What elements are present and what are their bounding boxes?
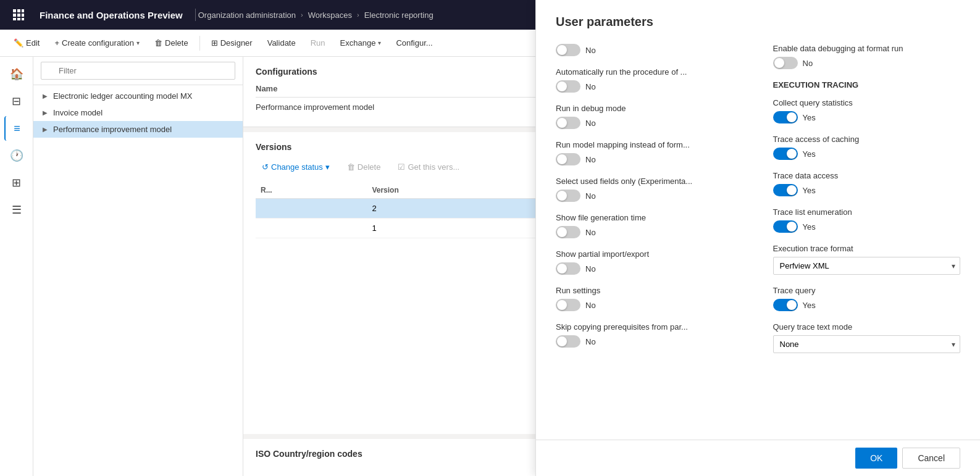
param-row-trace-caching: Trace access of caching Yes <box>773 135 961 160</box>
svg-rect-7 <box>17 18 20 20</box>
svg-rect-0 <box>13 9 16 12</box>
exchange-button[interactable]: Exchange ▾ <box>334 35 388 51</box>
toggle-trace-list[interactable] <box>773 220 798 233</box>
exec-trace-format-select[interactable]: Perfview XML None <box>773 257 961 275</box>
tree-item-elec-ledger[interactable]: ▶ Electronic ledger accounting model MX <box>33 88 243 104</box>
debug-mode-label: Run in debug mode <box>556 104 743 113</box>
breadcrumb: Organization administration › Workspaces… <box>198 10 433 20</box>
tree-arrow-3: ▶ <box>41 126 49 133</box>
tree-items: ▶ Electronic ledger accounting model MX … <box>33 85 243 476</box>
breadcrumb-sep-2: › <box>357 11 359 19</box>
toggle-partial-import[interactable] <box>556 262 580 275</box>
toggle-used-fields[interactable] <box>556 190 580 202</box>
toggle-trace-data[interactable] <box>773 184 798 196</box>
trace-data-label: Trace data access <box>773 171 961 180</box>
get-this-version-button[interactable]: ☑ Get this vers... <box>392 159 466 175</box>
delete-icon: 🗑 <box>154 38 162 48</box>
exec-trace-format-select-wrapper: Perfview XML None ▾ <box>773 257 961 275</box>
toggle-debug-mode[interactable] <box>556 117 580 129</box>
svg-rect-2 <box>22 9 24 12</box>
param-row-skip-copy: Skip copying prerequisites from par... N… <box>556 322 743 348</box>
toggle-model-mapping[interactable] <box>556 153 580 165</box>
change-status-arrow: ▾ <box>325 162 330 172</box>
sidebar-history-icon[interactable]: 🕐 <box>4 143 29 168</box>
collect-query-value: Yes <box>803 113 816 122</box>
collect-query-label: Collect query statistics <box>773 98 961 107</box>
param-row-partial-import: Show partial import/export No <box>556 249 743 275</box>
svg-rect-1 <box>17 9 20 12</box>
validate-button[interactable]: Validate <box>261 35 302 51</box>
run-settings-label: Run settings <box>556 286 743 295</box>
svg-rect-4 <box>17 14 20 17</box>
toggle-auto-run[interactable] <box>556 80 580 93</box>
sidebar-list-icon[interactable]: ≡ <box>4 116 29 141</box>
run-button[interactable]: Run <box>304 35 332 51</box>
file-gen-time-label: Show file generation time <box>556 213 743 222</box>
toggle-enable-debug[interactable] <box>773 57 798 69</box>
get-version-icon: ☑ <box>398 162 405 172</box>
cancel-button[interactable]: Cancel <box>902 448 960 469</box>
skip-copy-label: Skip copying prerequisites from par... <box>556 322 743 332</box>
trace-query-label: Trace query <box>773 286 961 295</box>
versions-delete-button[interactable]: 🗑 Delete <box>341 159 387 175</box>
right-params-col: Enable data debugging at format run No <box>773 57 961 364</box>
breadcrumb-org[interactable]: Organization administration <box>198 10 296 20</box>
change-status-button[interactable]: ↺ Change status ▾ <box>256 159 336 175</box>
delete-button[interactable]: 🗑 Delete <box>148 35 195 51</box>
toggle-collect-query[interactable] <box>773 111 798 123</box>
refresh-icon: ↺ <box>262 162 269 172</box>
sidebar-tasks-icon[interactable]: ☰ <box>4 198 29 222</box>
ok-button[interactable]: OK <box>855 448 897 469</box>
toggle-trace-caching[interactable] <box>773 148 798 160</box>
param-row-run-settings: Run settings No <box>556 286 743 311</box>
breadcrumb-workspaces[interactable]: Workspaces <box>308 10 352 20</box>
waffle-menu-icon[interactable] <box>7 4 30 26</box>
auto-run-label: Automatically run the procedure of ... <box>556 67 743 77</box>
row1-version: 1 <box>367 219 558 238</box>
sidebar-filter-icon[interactable]: ⊟ <box>4 89 29 114</box>
svg-rect-8 <box>22 18 24 20</box>
toggle-file-gen-time[interactable] <box>556 226 580 238</box>
tree-item-performance[interactable]: ▶ Performance improvement model <box>33 121 243 138</box>
row2-r <box>256 199 367 219</box>
tree-item-invoice[interactable]: ▶ Invoice model <box>33 104 243 121</box>
trace-data-value: Yes <box>803 186 816 195</box>
param-row-trace-data: Trace data access Yes <box>773 171 961 196</box>
param-row-collect-query: Collect query statistics Yes <box>773 98 961 123</box>
param-row-used-fields: Select used fields only (Experimenta... … <box>556 177 743 202</box>
user-parameters-panel: User parameters No <box>535 57 980 476</box>
svg-rect-6 <box>13 18 16 20</box>
sidebar-home-icon[interactable]: 🏠 <box>4 62 29 86</box>
plus-icon: + <box>54 38 59 48</box>
model-mapping-value: No <box>585 155 596 164</box>
row1-r <box>256 219 367 238</box>
exchange-dropdown-arrow: ▾ <box>378 40 381 46</box>
used-fields-label: Select used fields only (Experimenta... <box>556 177 743 186</box>
enable-debug-value: No <box>803 59 813 68</box>
configure-button[interactable]: Configur... <box>390 35 438 51</box>
filter-input[interactable] <box>41 62 235 80</box>
param-row-query-trace-text: Query trace text mode None Full Partial … <box>773 322 961 353</box>
tree-panel: 🔍 ▶ Electronic ledger accounting model M… <box>33 57 243 476</box>
toggle-skip-copy[interactable] <box>556 335 580 348</box>
designer-button[interactable]: ⊞ Designer <box>205 35 259 51</box>
query-trace-text-label: Query trace text mode <box>773 322 961 332</box>
filter-box: 🔍 <box>33 57 243 85</box>
partial-import-value: No <box>585 264 596 273</box>
svg-rect-3 <box>13 14 16 17</box>
debug-mode-value: No <box>585 119 596 128</box>
sidebar-dashboard-icon[interactable]: ⊞ <box>4 170 29 195</box>
col-r: R... <box>256 182 367 199</box>
param-row-model-mapping: Run model mapping instead of form... No <box>556 140 743 165</box>
toggle-trace-query[interactable] <box>773 299 798 311</box>
versions-delete-icon: 🗑 <box>347 162 355 172</box>
query-trace-text-select[interactable]: None Full Partial <box>773 335 961 353</box>
used-fields-value: No <box>585 191 596 201</box>
run-settings-value: No <box>585 301 596 310</box>
create-configuration-button[interactable]: + Create configuration ▾ <box>48 35 146 51</box>
edit-button[interactable]: ✏️ Edit <box>7 35 46 51</box>
param-row-debug-mode: Run in debug mode No <box>556 104 743 129</box>
toggle-run-settings[interactable] <box>556 299 580 311</box>
partial-import-label: Show partial import/export <box>556 249 743 259</box>
breadcrumb-er[interactable]: Electronic reporting <box>364 10 433 20</box>
